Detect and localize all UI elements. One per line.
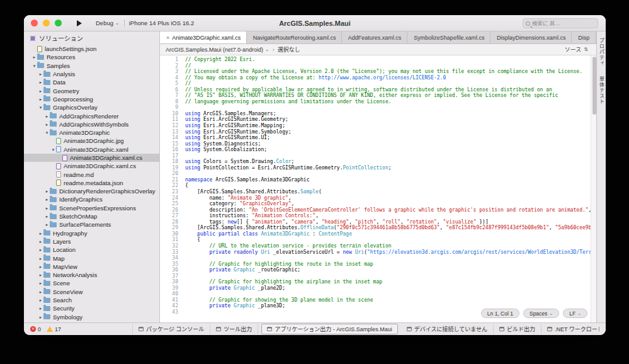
editor-tab[interactable]: SymbolizeShapefile.xaml.cs xyxy=(407,31,490,43)
tree-item[interactable]: ▸Geoprocessing xyxy=(24,95,159,103)
tree-item[interactable]: ▸Analysis xyxy=(24,70,159,78)
chevron-down-icon[interactable]: ▾ xyxy=(50,145,56,154)
chevron-right-icon[interactable]: ▸ xyxy=(38,87,43,95)
tree-item[interactable]: ▸AddGraphicsWithSymbols xyxy=(24,120,159,128)
editor-tab[interactable]: DisplayDimensions.xaml.cs xyxy=(490,31,572,43)
warning-count[interactable]: 17 xyxy=(47,326,61,333)
close-tab-icon[interactable]: × xyxy=(166,35,169,41)
tree-item[interactable]: ▸IdentifyGraphics xyxy=(24,195,159,203)
chevron-right-icon[interactable]: ▸ xyxy=(38,70,43,78)
editor-tab[interactable]: Disp xyxy=(572,31,596,43)
build-config-dropdown[interactable]: Debug xyxy=(91,20,124,26)
chevron-right-icon[interactable]: ▸ xyxy=(44,212,50,220)
code-line: 19using PointCollection = Esri.ArcGISRun… xyxy=(160,165,596,171)
chevron-right-icon[interactable]: ▸ xyxy=(38,313,43,321)
chevron-down-icon[interactable]: ▾ xyxy=(38,103,43,111)
chevron-right-icon[interactable]: ▸ xyxy=(38,229,43,237)
tree-item[interactable]: ▸SketchOnMap xyxy=(24,212,159,220)
bottom-panel-button[interactable]: ビルド出力 xyxy=(494,324,541,334)
search-input[interactable] xyxy=(532,20,595,26)
tree-item[interactable]: ▸Security xyxy=(24,304,159,312)
search-box[interactable] xyxy=(523,18,598,28)
editor-tab[interactable]: AddFeatures.xaml.cs xyxy=(342,31,408,43)
editor-tab[interactable]: ×Animate3DGraphic.xaml.cs xyxy=(160,31,247,43)
chevron-right-icon[interactable]: ▸ xyxy=(31,53,37,61)
tree-item[interactable]: ▸Location xyxy=(24,246,159,254)
tree-item[interactable]: ▸NetworkAnalysis xyxy=(24,271,159,279)
bottom-panel-button[interactable]: デバイスに接続していません xyxy=(401,324,494,334)
tree-item[interactable]: ▾Animate3DGraphic.xaml xyxy=(24,145,159,154)
chevron-right-icon[interactable]: ▸ xyxy=(44,112,50,120)
scrollbar-thumb[interactable] xyxy=(592,57,596,115)
bottom-panel-button[interactable]: アプリケーション出力 - ArcGIS.Samples.Maui xyxy=(261,324,397,334)
chevron-right-icon[interactable]: ▸ xyxy=(38,237,43,246)
editor-tab[interactable]: NavigateRouteRerouting.xaml.cs xyxy=(247,31,342,43)
tree-item[interactable]: ▸Hydrography xyxy=(24,229,159,237)
chevron-right-icon[interactable]: ▸ xyxy=(38,78,43,86)
tree-item[interactable]: ▾Animate3DGraphic xyxy=(24,128,159,137)
minimize-window-button[interactable] xyxy=(43,20,50,26)
cursor-position-chip[interactable]: Ln 1, Col 1 xyxy=(481,309,519,318)
tree-item[interactable]: launchSettings.json xyxy=(24,45,159,53)
tree-item[interactable]: Animate3DGraphic.jpg xyxy=(24,137,159,145)
bottom-panel-button[interactable]: ツール出力 xyxy=(210,324,258,334)
tree-item[interactable]: ▸SceneView xyxy=(24,288,159,296)
fullscreen-window-button[interactable] xyxy=(55,20,62,26)
tree-item[interactable]: ▸ScenePropertiesExpressions xyxy=(24,204,159,212)
tree-item[interactable]: ▸MapView xyxy=(24,263,159,271)
tree-item[interactable]: Animate3DGraphic.xaml.cs xyxy=(24,162,159,170)
bottom-panel-button[interactable]: パッケージ コンソール xyxy=(132,324,210,334)
error-count[interactable]: 0 xyxy=(30,326,41,333)
code-text: // language governing permissions and li… xyxy=(185,99,596,105)
tree-item[interactable]: ▾GraphicsOverlay xyxy=(24,103,159,111)
tree-item[interactable]: ▸Geometry xyxy=(24,86,159,94)
tree-item[interactable]: ▸SurfacePlacements xyxy=(24,220,159,229)
bottom-panel-button[interactable]: .NET ワークロード マネージャー xyxy=(541,324,599,334)
chevron-right-icon[interactable]: ▸ xyxy=(44,195,50,203)
chevron-right-icon[interactable]: ▸ xyxy=(44,187,50,195)
line-ending-selector-chip[interactable]: LF xyxy=(563,309,587,318)
chevron-right-icon[interactable]: ▸ xyxy=(38,254,43,263)
tree-item[interactable]: ▸Data xyxy=(24,78,159,86)
tree-item[interactable]: ▸DictionaryRendererGraphicsOverlay xyxy=(24,187,159,195)
chevron-right-icon[interactable]: ▸ xyxy=(38,271,43,279)
chevron-right-icon[interactable]: ▸ xyxy=(38,95,43,103)
chevron-down-icon[interactable]: ▾ xyxy=(44,128,50,137)
chevron-right-icon[interactable]: ▸ xyxy=(38,279,43,287)
close-window-button[interactable] xyxy=(31,20,38,26)
chevron-right-icon[interactable]: ▸ xyxy=(44,120,50,128)
chevron-down-icon[interactable]: ▾ xyxy=(31,62,37,70)
tree-item[interactable]: readme.metadata.json xyxy=(24,179,159,187)
breadcrumb-selection[interactable]: 選択なし xyxy=(278,45,300,54)
code-editor[interactable]: 1// Copyright 2022 Esri.2//3// Licensed … xyxy=(160,55,596,322)
indentation-selector-chip[interactable]: Spaces xyxy=(523,309,559,318)
chevron-right-icon[interactable]: ▸ xyxy=(38,304,43,312)
chevron-right-icon[interactable]: ▸ xyxy=(38,296,43,304)
breadcrumb-project-selector[interactable]: ArcGIS.Samples.Maui (net7.0-android) xyxy=(166,47,269,53)
tree-item[interactable]: ▸Map xyxy=(24,254,159,262)
device-dropdown[interactable]: iPhone 14 Plus iOS 16.2 xyxy=(125,20,199,26)
chevron-right-icon[interactable]: ▸ xyxy=(44,220,50,229)
device-label: iPhone 14 Plus iOS 16.2 xyxy=(129,20,195,26)
chevron-right-icon[interactable]: ▸ xyxy=(38,246,43,254)
tree-item[interactable]: ▸AddGraphicsRenderer xyxy=(24,111,159,120)
code-text: using PointCollection = Esri.ArcGISRunti… xyxy=(185,165,596,171)
tree-item[interactable]: ▾Samples xyxy=(24,62,159,70)
unit-tests-pad-tab[interactable]: 単体テスト xyxy=(598,76,605,105)
line-number: 38 xyxy=(160,279,185,285)
tree-item[interactable]: readme.md xyxy=(24,170,159,178)
chevron-right-icon[interactable]: ▸ xyxy=(44,204,50,212)
chevron-right-icon[interactable]: ▸ xyxy=(38,263,43,271)
tree-item[interactable]: ▸Layers xyxy=(24,237,159,246)
tree-item[interactable]: ▸Search xyxy=(24,296,159,304)
tree-item[interactable]: Animate3DGraphic.xaml.cs xyxy=(24,154,159,162)
source-view-toggle[interactable]: ソース ⇅ xyxy=(565,45,591,54)
run-button[interactable] xyxy=(77,20,82,26)
chevron-right-icon[interactable]: ▸ xyxy=(38,288,43,296)
editor-scrollbar[interactable] xyxy=(591,55,596,322)
tree-item[interactable]: ▸Symbology xyxy=(24,313,159,321)
solution-pad-header[interactable]: ソリューション xyxy=(24,31,159,45)
tree-item[interactable]: ▸Resources xyxy=(24,53,159,61)
tree-item[interactable]: ▸Scene xyxy=(24,279,159,287)
properties-pad-tab[interactable]: プロパティ xyxy=(598,38,605,66)
